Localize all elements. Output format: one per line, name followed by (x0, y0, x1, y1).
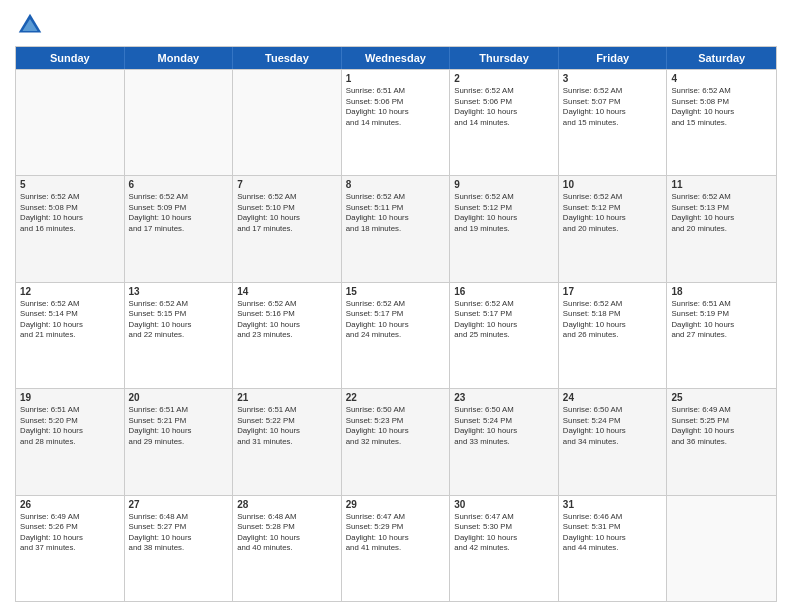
calendar-cell: 24Sunrise: 6:50 AM Sunset: 5:24 PM Dayli… (559, 389, 668, 494)
calendar-cell: 10Sunrise: 6:52 AM Sunset: 5:12 PM Dayli… (559, 176, 668, 281)
calendar-cell: 11Sunrise: 6:52 AM Sunset: 5:13 PM Dayli… (667, 176, 776, 281)
day-info: Sunrise: 6:52 AM Sunset: 5:17 PM Dayligh… (346, 299, 446, 341)
calendar-row-3: 19Sunrise: 6:51 AM Sunset: 5:20 PM Dayli… (16, 388, 776, 494)
calendar-header: SundayMondayTuesdayWednesdayThursdayFrid… (16, 47, 776, 69)
calendar-cell: 21Sunrise: 6:51 AM Sunset: 5:22 PM Dayli… (233, 389, 342, 494)
day-number: 23 (454, 392, 554, 403)
day-number: 17 (563, 286, 663, 297)
day-number: 10 (563, 179, 663, 190)
day-info: Sunrise: 6:47 AM Sunset: 5:30 PM Dayligh… (454, 512, 554, 554)
day-number: 16 (454, 286, 554, 297)
day-info: Sunrise: 6:51 AM Sunset: 5:19 PM Dayligh… (671, 299, 772, 341)
day-info: Sunrise: 6:47 AM Sunset: 5:29 PM Dayligh… (346, 512, 446, 554)
header-cell-saturday: Saturday (667, 47, 776, 69)
calendar-cell: 30Sunrise: 6:47 AM Sunset: 5:30 PM Dayli… (450, 496, 559, 601)
day-info: Sunrise: 6:48 AM Sunset: 5:28 PM Dayligh… (237, 512, 337, 554)
calendar-cell: 28Sunrise: 6:48 AM Sunset: 5:28 PM Dayli… (233, 496, 342, 601)
day-number: 21 (237, 392, 337, 403)
day-number: 29 (346, 499, 446, 510)
day-number: 24 (563, 392, 663, 403)
day-info: Sunrise: 6:52 AM Sunset: 5:10 PM Dayligh… (237, 192, 337, 234)
header-cell-sunday: Sunday (16, 47, 125, 69)
day-info: Sunrise: 6:52 AM Sunset: 5:15 PM Dayligh… (129, 299, 229, 341)
calendar-cell: 6Sunrise: 6:52 AM Sunset: 5:09 PM Daylig… (125, 176, 234, 281)
day-info: Sunrise: 6:52 AM Sunset: 5:13 PM Dayligh… (671, 192, 772, 234)
day-info: Sunrise: 6:50 AM Sunset: 5:24 PM Dayligh… (563, 405, 663, 447)
header-cell-wednesday: Wednesday (342, 47, 451, 69)
day-number: 13 (129, 286, 229, 297)
day-number: 30 (454, 499, 554, 510)
day-info: Sunrise: 6:52 AM Sunset: 5:07 PM Dayligh… (563, 86, 663, 128)
day-info: Sunrise: 6:52 AM Sunset: 5:08 PM Dayligh… (20, 192, 120, 234)
calendar-cell: 31Sunrise: 6:46 AM Sunset: 5:31 PM Dayli… (559, 496, 668, 601)
day-info: Sunrise: 6:51 AM Sunset: 5:06 PM Dayligh… (346, 86, 446, 128)
header (15, 10, 777, 40)
calendar-cell: 17Sunrise: 6:52 AM Sunset: 5:18 PM Dayli… (559, 283, 668, 388)
calendar-cell: 13Sunrise: 6:52 AM Sunset: 5:15 PM Dayli… (125, 283, 234, 388)
day-info: Sunrise: 6:51 AM Sunset: 5:21 PM Dayligh… (129, 405, 229, 447)
calendar: SundayMondayTuesdayWednesdayThursdayFrid… (15, 46, 777, 602)
day-number: 31 (563, 499, 663, 510)
day-number: 20 (129, 392, 229, 403)
day-info: Sunrise: 6:52 AM Sunset: 5:09 PM Dayligh… (129, 192, 229, 234)
day-info: Sunrise: 6:46 AM Sunset: 5:31 PM Dayligh… (563, 512, 663, 554)
day-number: 5 (20, 179, 120, 190)
calendar-cell: 23Sunrise: 6:50 AM Sunset: 5:24 PM Dayli… (450, 389, 559, 494)
day-number: 4 (671, 73, 772, 84)
day-info: Sunrise: 6:52 AM Sunset: 5:16 PM Dayligh… (237, 299, 337, 341)
page: SundayMondayTuesdayWednesdayThursdayFrid… (0, 0, 792, 612)
day-info: Sunrise: 6:49 AM Sunset: 5:25 PM Dayligh… (671, 405, 772, 447)
calendar-cell: 9Sunrise: 6:52 AM Sunset: 5:12 PM Daylig… (450, 176, 559, 281)
calendar-row-4: 26Sunrise: 6:49 AM Sunset: 5:26 PM Dayli… (16, 495, 776, 601)
day-number: 15 (346, 286, 446, 297)
day-info: Sunrise: 6:52 AM Sunset: 5:06 PM Dayligh… (454, 86, 554, 128)
day-number: 25 (671, 392, 772, 403)
calendar-cell: 19Sunrise: 6:51 AM Sunset: 5:20 PM Dayli… (16, 389, 125, 494)
calendar-cell (233, 70, 342, 175)
day-number: 3 (563, 73, 663, 84)
day-number: 8 (346, 179, 446, 190)
day-number: 6 (129, 179, 229, 190)
header-cell-thursday: Thursday (450, 47, 559, 69)
day-info: Sunrise: 6:48 AM Sunset: 5:27 PM Dayligh… (129, 512, 229, 554)
day-number: 18 (671, 286, 772, 297)
day-number: 1 (346, 73, 446, 84)
day-number: 7 (237, 179, 337, 190)
day-info: Sunrise: 6:52 AM Sunset: 5:12 PM Dayligh… (563, 192, 663, 234)
day-number: 11 (671, 179, 772, 190)
day-number: 27 (129, 499, 229, 510)
calendar-cell: 1Sunrise: 6:51 AM Sunset: 5:06 PM Daylig… (342, 70, 451, 175)
calendar-cell: 20Sunrise: 6:51 AM Sunset: 5:21 PM Dayli… (125, 389, 234, 494)
day-number: 9 (454, 179, 554, 190)
calendar-cell: 26Sunrise: 6:49 AM Sunset: 5:26 PM Dayli… (16, 496, 125, 601)
day-info: Sunrise: 6:52 AM Sunset: 5:11 PM Dayligh… (346, 192, 446, 234)
calendar-cell: 14Sunrise: 6:52 AM Sunset: 5:16 PM Dayli… (233, 283, 342, 388)
day-info: Sunrise: 6:50 AM Sunset: 5:23 PM Dayligh… (346, 405, 446, 447)
logo-icon (15, 10, 45, 40)
day-info: Sunrise: 6:52 AM Sunset: 5:12 PM Dayligh… (454, 192, 554, 234)
calendar-cell: 7Sunrise: 6:52 AM Sunset: 5:10 PM Daylig… (233, 176, 342, 281)
calendar-row-1: 5Sunrise: 6:52 AM Sunset: 5:08 PM Daylig… (16, 175, 776, 281)
calendar-row-0: 1Sunrise: 6:51 AM Sunset: 5:06 PM Daylig… (16, 69, 776, 175)
day-number: 12 (20, 286, 120, 297)
day-number: 26 (20, 499, 120, 510)
calendar-cell: 29Sunrise: 6:47 AM Sunset: 5:29 PM Dayli… (342, 496, 451, 601)
day-info: Sunrise: 6:51 AM Sunset: 5:22 PM Dayligh… (237, 405, 337, 447)
header-cell-monday: Monday (125, 47, 234, 69)
day-info: Sunrise: 6:51 AM Sunset: 5:20 PM Dayligh… (20, 405, 120, 447)
calendar-cell: 4Sunrise: 6:52 AM Sunset: 5:08 PM Daylig… (667, 70, 776, 175)
day-number: 14 (237, 286, 337, 297)
calendar-row-2: 12Sunrise: 6:52 AM Sunset: 5:14 PM Dayli… (16, 282, 776, 388)
day-number: 22 (346, 392, 446, 403)
day-info: Sunrise: 6:49 AM Sunset: 5:26 PM Dayligh… (20, 512, 120, 554)
calendar-cell (16, 70, 125, 175)
calendar-cell (125, 70, 234, 175)
calendar-cell: 25Sunrise: 6:49 AM Sunset: 5:25 PM Dayli… (667, 389, 776, 494)
calendar-cell: 22Sunrise: 6:50 AM Sunset: 5:23 PM Dayli… (342, 389, 451, 494)
calendar-cell: 2Sunrise: 6:52 AM Sunset: 5:06 PM Daylig… (450, 70, 559, 175)
logo (15, 10, 49, 40)
day-info: Sunrise: 6:52 AM Sunset: 5:08 PM Dayligh… (671, 86, 772, 128)
calendar-cell: 27Sunrise: 6:48 AM Sunset: 5:27 PM Dayli… (125, 496, 234, 601)
header-cell-friday: Friday (559, 47, 668, 69)
calendar-cell: 3Sunrise: 6:52 AM Sunset: 5:07 PM Daylig… (559, 70, 668, 175)
